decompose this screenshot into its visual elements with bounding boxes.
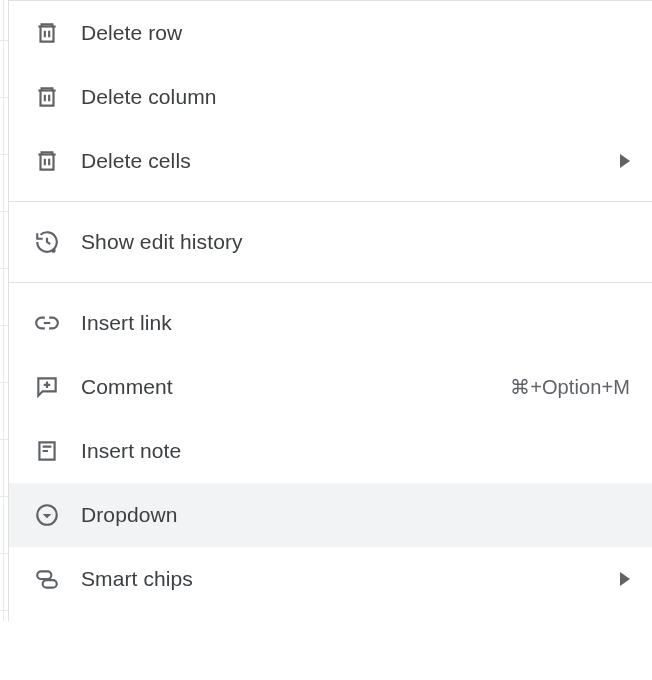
menu-item-delete-cells[interactable]: Delete cells bbox=[9, 129, 652, 193]
menu-item-insert-link[interactable]: Insert link bbox=[9, 291, 652, 355]
menu-item-label: Show edit history bbox=[81, 230, 630, 254]
trash-icon bbox=[33, 147, 61, 175]
menu-item-dropdown[interactable]: Dropdown bbox=[9, 483, 652, 547]
menu-item-insert-note[interactable]: Insert note bbox=[9, 419, 652, 483]
menu-item-comment[interactable]: Comment ⌘+Option+M bbox=[9, 355, 652, 419]
dropdown-icon bbox=[33, 501, 61, 529]
trash-icon bbox=[33, 83, 61, 111]
separator bbox=[9, 282, 652, 283]
svg-rect-2 bbox=[37, 571, 51, 579]
menu-item-show-edit-history[interactable]: Show edit history bbox=[9, 210, 652, 274]
menu-item-label: Dropdown bbox=[81, 503, 630, 527]
context-menu: Delete row Delete column Delete cells bbox=[8, 0, 652, 621]
svg-rect-3 bbox=[43, 580, 57, 588]
menu-item-label: Delete row bbox=[81, 21, 630, 45]
note-icon bbox=[33, 437, 61, 465]
menu-item-label: Insert link bbox=[81, 311, 630, 335]
smart-chips-icon bbox=[33, 565, 61, 593]
menu-item-label: Delete cells bbox=[81, 149, 610, 173]
comment-icon bbox=[33, 373, 61, 401]
link-icon bbox=[33, 309, 61, 337]
submenu-arrow-icon bbox=[620, 572, 630, 586]
menu-item-label: Comment bbox=[81, 375, 510, 399]
menu-item-smart-chips[interactable]: Smart chips bbox=[9, 547, 652, 611]
menu-item-label: Smart chips bbox=[81, 567, 610, 591]
submenu-arrow-icon bbox=[620, 154, 630, 168]
menu-item-delete-column[interactable]: Delete column bbox=[9, 65, 652, 129]
menu-item-label: Insert note bbox=[81, 439, 630, 463]
menu-item-delete-row[interactable]: Delete row bbox=[9, 1, 652, 65]
history-icon bbox=[33, 228, 61, 256]
menu-item-label: Delete column bbox=[81, 85, 630, 109]
keyboard-shortcut: ⌘+Option+M bbox=[510, 375, 630, 399]
separator bbox=[9, 201, 652, 202]
svg-point-0 bbox=[51, 249, 55, 253]
trash-icon bbox=[33, 19, 61, 47]
